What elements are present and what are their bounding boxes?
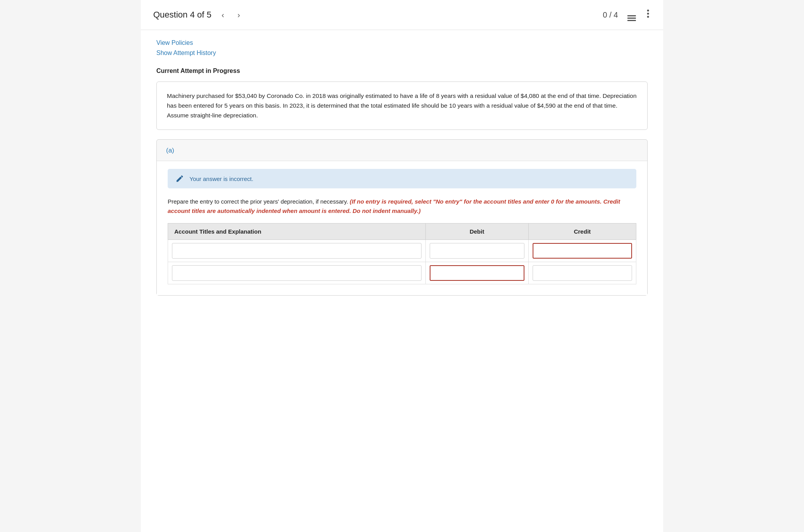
row2-debit-input[interactable] [430,265,524,281]
question-title: Question 4 of 5 [153,10,211,20]
table-row [168,239,636,262]
more-options-button[interactable] [645,8,651,22]
score-display: 0 / 4 [603,11,618,20]
question-text: Machinery purchased for $53,040 by Coron… [167,92,637,119]
svg-point-1 [647,13,649,15]
row1-credit-cell [528,239,636,262]
instruction-text: Prepare the entry to correct the prior y… [168,197,636,215]
row1-account-cell [168,239,426,262]
row2-account-input[interactable] [172,265,421,281]
table-header-row: Account Titles and Explanation Debit Cre… [168,223,636,239]
row1-debit-input[interactable] [430,243,524,259]
part-section: (a) Your answer is incorrect. Prepare th… [156,139,648,296]
page-wrapper: Question 4 of 5 ‹ › 0 / 4 [141,0,663,532]
table-row [168,262,636,284]
instruction-normal: Prepare the entry to correct the prior y… [168,198,348,205]
col-header-credit: Credit [528,223,636,239]
header-right: 0 / 4 [603,7,651,23]
view-policies-link[interactable]: View Policies [156,39,193,46]
list-icon [627,15,636,21]
more-icon [647,9,649,18]
current-attempt-label: Current Attempt in Progress [156,67,648,74]
row2-account-cell [168,262,426,284]
prev-question-button[interactable]: ‹ [218,9,227,21]
part-inner: Your answer is incorrect. Prepare the en… [157,161,647,295]
next-question-button[interactable]: › [234,9,243,21]
row2-debit-cell [425,262,528,284]
pencil-icon [175,174,184,183]
header-left: Question 4 of 5 ‹ › [153,9,243,21]
row1-credit-input[interactable] [533,243,632,259]
col-header-account: Account Titles and Explanation [168,223,426,239]
question-box: Machinery purchased for $53,040 by Coron… [156,82,648,130]
feedback-box: Your answer is incorrect. [168,169,636,188]
row2-credit-cell [528,262,636,284]
row2-credit-input[interactable] [533,265,632,281]
list-icon-button[interactable] [626,7,638,23]
header-bar: Question 4 of 5 ‹ › 0 / 4 [141,0,663,30]
content-area: View Policies Show Attempt History Curre… [141,30,663,311]
row1-account-input[interactable] [172,243,421,259]
part-label: (a) [166,147,174,154]
journal-table: Account Titles and Explanation Debit Cre… [168,223,636,284]
svg-point-0 [647,10,649,12]
feedback-text: Your answer is incorrect. [189,176,253,182]
col-header-debit: Debit [425,223,528,239]
part-header: (a) [157,140,647,161]
show-attempt-history-link[interactable]: Show Attempt History [156,50,216,57]
svg-point-2 [647,16,649,18]
row1-debit-cell [425,239,528,262]
